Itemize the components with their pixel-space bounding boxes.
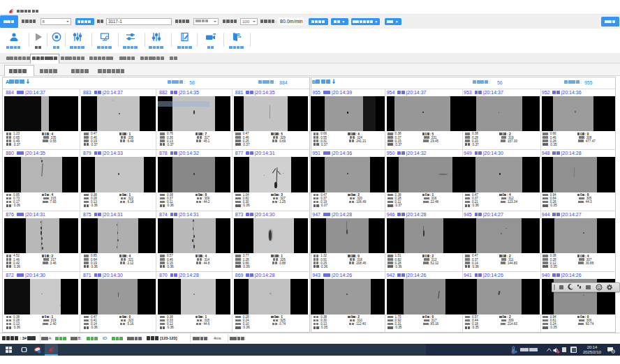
svg-text:6: 6	[612, 350, 614, 353]
